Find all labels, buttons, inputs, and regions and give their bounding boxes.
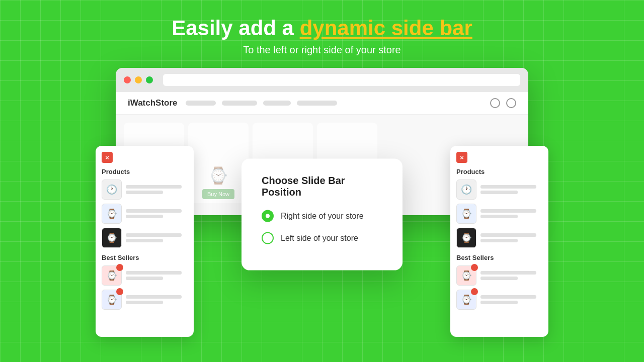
right-product-item-1: 🕐 (456, 179, 542, 200)
left-panel-close-button[interactable]: × (102, 152, 113, 163)
right-product-thumb-1: 🕐 (456, 179, 476, 200)
nav-links (186, 101, 482, 106)
right-product-lines-1 (480, 185, 542, 194)
right-bestseller-lines-2 (480, 295, 542, 304)
left-bestseller-thumb-2: ⌚ (102, 290, 122, 310)
left-bestseller-lines-2 (126, 295, 188, 304)
radio-right-label: Right side of your store (281, 212, 364, 221)
line (480, 277, 518, 280)
left-product-lines-3 (126, 233, 188, 242)
line (480, 271, 536, 275)
left-bestseller-thumb-1: ⌚ (102, 265, 122, 286)
left-product-lines-2 (126, 209, 188, 218)
line (126, 277, 163, 280)
right-bestseller-item-2: ⌚ (456, 290, 542, 310)
headline: Easily add a dynamic side bar (172, 16, 472, 40)
badge-red-icon (471, 264, 478, 271)
right-bestseller-thumb-2: ⌚ (456, 290, 476, 310)
line (126, 233, 182, 237)
line (126, 215, 163, 218)
address-bar[interactable] (163, 74, 520, 86)
right-panel-bestsellers-title: Best Sellers (456, 254, 542, 261)
store-navbar: iWatchStore (116, 92, 528, 115)
radio-option-right[interactable]: Right side of your store (262, 210, 382, 222)
modal-overlay: Choose Slide Bar Position Right side of … (242, 159, 403, 270)
line (126, 301, 163, 304)
left-product-item-3: ⌚ (102, 228, 188, 248)
modal-title: Choose Slide Bar Position (262, 175, 382, 198)
line (126, 185, 182, 189)
left-product-item-2: ⌚ (102, 204, 188, 224)
right-bestseller-thumb-1: ⌚ (456, 265, 476, 286)
radio-right-selected-icon[interactable] (262, 210, 274, 222)
left-sidebar-panel: × Products 🕐 ⌚ ⌚ Best Sellers ⌚ ⌚ (96, 146, 194, 337)
subheadline: To the left or right side of your store (243, 44, 401, 56)
maximize-dot[interactable] (146, 76, 153, 83)
right-product-lines-2 (480, 209, 542, 218)
badge-red-icon (471, 288, 478, 295)
line (480, 301, 518, 304)
right-product-thumb-3: ⌚ (456, 228, 476, 248)
badge-red-icon (116, 264, 123, 271)
line (126, 295, 182, 299)
left-product-thumb-3: ⌚ (102, 228, 122, 248)
line (480, 295, 536, 299)
left-product-thumb-1: 🕐 (102, 179, 122, 200)
right-bestseller-lines-1 (480, 271, 542, 280)
right-panel-close-button[interactable]: × (456, 152, 467, 163)
cart-icon[interactable] (506, 98, 516, 108)
radio-left-icon[interactable] (262, 232, 274, 244)
badge-red-icon (116, 288, 123, 295)
left-product-item-1: 🕐 (102, 179, 188, 200)
line (480, 215, 518, 218)
left-bestseller-lines-1 (126, 271, 188, 280)
line (126, 239, 163, 242)
line (126, 271, 182, 275)
line (126, 191, 163, 194)
slide-bar-position-modal: Choose Slide Bar Position Right side of … (242, 159, 403, 270)
left-bestseller-item-1: ⌚ (102, 265, 188, 286)
headline-start: Easily add a (172, 16, 299, 40)
line (480, 239, 518, 242)
nav-link-3 (263, 101, 291, 106)
nav-link-4 (297, 101, 337, 106)
store-logo: iWatchStore (128, 98, 178, 108)
line (480, 233, 536, 237)
right-sidebar-panel: × Products 🕐 ⌚ ⌚ Best Sellers ⌚ ⌚ (450, 146, 548, 337)
nav-icons (490, 98, 516, 108)
right-bestseller-item-1: ⌚ (456, 265, 542, 286)
right-product-item-3: ⌚ (456, 228, 542, 248)
line (126, 209, 182, 213)
left-product-thumb-2: ⌚ (102, 204, 122, 224)
close-dot[interactable] (124, 76, 131, 83)
left-product-lines-1 (126, 185, 188, 194)
line (480, 185, 536, 189)
right-product-item-2: ⌚ (456, 204, 542, 224)
line (480, 191, 518, 194)
left-bestseller-item-2: ⌚ (102, 290, 188, 310)
left-panel-bestsellers-title: Best Sellers (102, 254, 188, 261)
browser-titlebar (116, 68, 528, 92)
minimize-dot[interactable] (135, 76, 142, 83)
right-panel-products-title: Products (456, 168, 542, 175)
radio-option-left[interactable]: Left side of your store (262, 232, 382, 244)
nav-link-2 (222, 101, 257, 106)
left-panel-products-title: Products (102, 168, 188, 175)
line (480, 209, 536, 213)
right-product-thumb-2: ⌚ (456, 204, 476, 224)
headline-highlight: dynamic side bar (300, 16, 472, 40)
nav-link-1 (186, 101, 216, 106)
right-product-lines-3 (480, 233, 542, 242)
radio-left-label: Left side of your store (281, 234, 358, 243)
search-icon[interactable] (490, 98, 500, 108)
